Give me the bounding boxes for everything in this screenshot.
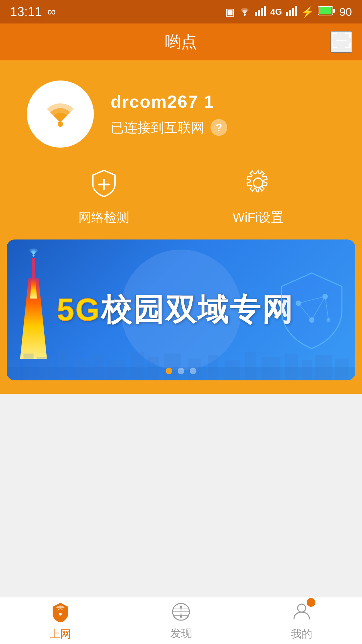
main-orange-section: drcom267 1 已连接到互联网 ? 网络检测 — [0, 60, 362, 394]
gear-icon — [243, 168, 273, 202]
svg-point-61 — [298, 604, 306, 612]
wifi-section: drcom267 1 已连接到互联网 ? — [0, 60, 362, 161]
network-check-action[interactable]: 网络检测 — [78, 168, 129, 226]
svg-point-21 — [58, 121, 63, 127]
svg-rect-10 — [333, 9, 335, 13]
status-time: 13:11 — [10, 5, 42, 19]
tower-wifi-icon — [28, 248, 39, 259]
wifi-status-row: 已连接到互联网 ? — [111, 118, 227, 137]
wifi-circle — [27, 80, 94, 148]
dot-3 — [190, 368, 196, 374]
banner-title-text: 校园双域专网 — [101, 292, 294, 327]
help-icon[interactable]: ? — [210, 119, 227, 136]
svg-rect-4 — [264, 6, 266, 16]
shield-plus-icon — [89, 168, 119, 202]
dot-2 — [178, 368, 184, 374]
banner-section[interactable]: 5G校园双域专网 — [7, 239, 355, 380]
wifi-status-icon — [239, 6, 251, 18]
tab-internet-label: 上网 — [50, 627, 71, 642]
wifi-settings-action[interactable]: WiFi设置 — [233, 168, 284, 226]
svg-point-25 — [33, 255, 35, 257]
content-area — [0, 394, 362, 515]
dot-1 — [166, 368, 172, 374]
tab-mine[interactable]: 我的 — [291, 600, 313, 642]
banner-title: 5G校园双域专网 — [57, 293, 294, 327]
banner-dots — [166, 368, 196, 374]
svg-rect-8 — [295, 6, 297, 16]
app-title: 哟点 — [165, 31, 197, 53]
discover-tab-icon — [170, 601, 192, 623]
tab-bar: 上网 发现 我的 — [0, 597, 362, 644]
phone-icon: ▣ — [225, 6, 235, 18]
status-bar: 13:11 ∞ ▣ 4G — [0, 0, 362, 23]
svg-point-57 — [59, 613, 62, 615]
quick-actions: 网络检测 WiFi设置 — [0, 161, 362, 233]
network-check-label: 网络检测 — [78, 209, 129, 226]
wifi-settings-label: WiFi设置 — [233, 209, 284, 226]
mine-tab-badge — [307, 598, 315, 607]
svg-rect-6 — [289, 10, 291, 16]
infinity-icon: ∞ — [47, 5, 56, 19]
svg-rect-3 — [261, 8, 263, 16]
lightning-icon: ⚡ — [301, 6, 314, 18]
tab-mine-label: 我的 — [291, 627, 312, 642]
svg-point-24 — [253, 178, 263, 187]
city-skyline-icon — [7, 340, 355, 380]
app-header: 哟点 — [0, 23, 362, 60]
wifi-name: drcom267 1 — [111, 92, 227, 112]
signal-bars-icon — [286, 6, 297, 18]
banner-content: 5G校园双域专网 — [7, 239, 355, 380]
battery-level: 90 — [339, 5, 352, 18]
scan-button[interactable] — [330, 31, 352, 53]
svg-rect-15 — [349, 33, 351, 38]
svg-point-0 — [244, 14, 246, 16]
banner-title-5g: 5G — [57, 292, 101, 327]
svg-rect-11 — [319, 7, 331, 14]
wifi-status-text: 已连接到互联网 — [111, 118, 204, 137]
svg-rect-13 — [332, 33, 333, 38]
battery-icon — [318, 6, 335, 18]
tab-discover-label: 发现 — [170, 626, 192, 641]
svg-rect-1 — [255, 12, 257, 16]
svg-rect-5 — [286, 12, 288, 16]
tower-top — [32, 258, 35, 278]
svg-rect-20 — [336, 40, 347, 41]
status-left: 13:11 ∞ — [10, 5, 56, 19]
shield-deco-icon — [278, 270, 345, 350]
svg-rect-2 — [258, 10, 260, 16]
signal-icon — [255, 6, 266, 18]
tab-internet[interactable]: 上网 — [49, 600, 71, 642]
internet-tab-icon — [49, 600, 71, 622]
tab-discover[interactable]: 发现 — [170, 601, 192, 641]
signal4g-icon: 4G — [270, 7, 282, 17]
wifi-info: drcom267 1 已连接到互联网 ? — [111, 92, 227, 137]
svg-rect-19 — [349, 43, 351, 48]
status-right: ▣ 4G ⚡ — [225, 5, 352, 18]
svg-rect-7 — [292, 8, 294, 16]
svg-rect-17 — [332, 43, 333, 48]
